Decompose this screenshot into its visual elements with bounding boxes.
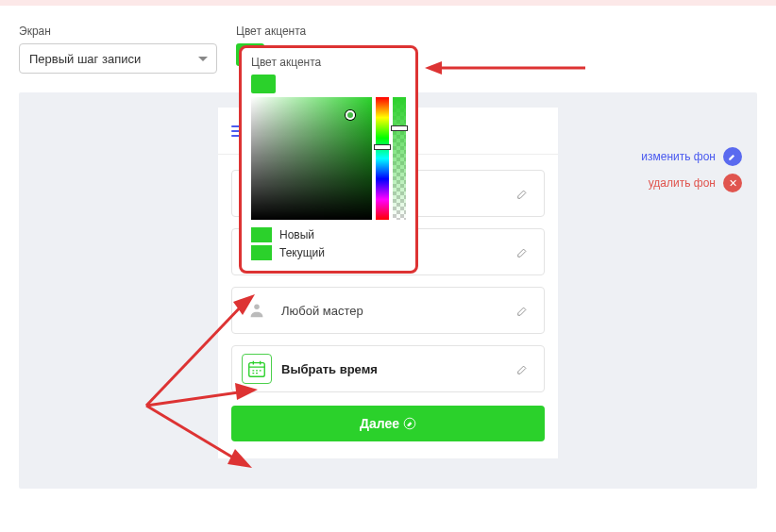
picker-title: Цвет акцента (242, 48, 415, 75)
alpha-slider[interactable] (393, 97, 406, 220)
new-color-row: Новый (251, 227, 406, 242)
svg-point-3 (254, 305, 260, 310)
current-color-row: Текущий (251, 245, 406, 260)
alpha-thumb[interactable] (391, 125, 408, 131)
card-label: Выбрать время (281, 362, 502, 376)
picker-compare: Новый Текущий (242, 220, 415, 265)
accent-label: Цвет акцента (236, 25, 306, 38)
pencil-icon (516, 187, 530, 200)
picker-current-swatch (251, 75, 276, 93)
edit-bg-button[interactable]: изменить фон (641, 147, 742, 166)
new-color-label: Новый (279, 228, 314, 241)
delete-bg-label: удалить фон (649, 176, 716, 190)
pencil-icon (516, 304, 530, 317)
hue-slider[interactable] (376, 97, 389, 220)
current-color-swatch (251, 245, 272, 260)
card-time[interactable]: Выбрать время (231, 345, 545, 392)
saturation-value-area[interactable] (251, 97, 372, 220)
edit-card-button[interactable] (512, 357, 534, 380)
pencil-icon (516, 362, 530, 375)
delete-bg-button[interactable]: удалить фон ✕ (649, 174, 742, 192)
hue-thumb[interactable] (374, 144, 391, 150)
screen-select[interactable]: Первый шаг записи (19, 43, 217, 74)
edit-bg-label: изменить фон (641, 150, 716, 163)
person-icon (242, 295, 272, 325)
next-label: Далее (360, 416, 399, 431)
screen-control: Экран Первый шаг записи (19, 25, 217, 74)
edit-card-button[interactable] (512, 241, 534, 263)
svg-rect-4 (249, 363, 265, 377)
new-color-swatch (251, 227, 272, 242)
next-button[interactable]: Далее (231, 406, 545, 441)
color-picker[interactable]: Цвет акцента Новый Текущий (239, 45, 418, 274)
card-any-master[interactable]: Любой мастер (231, 287, 545, 334)
edit-card-button[interactable] (512, 182, 534, 205)
edit-card-button[interactable] (512, 299, 534, 322)
screen-select-wrap: Первый шаг записи (19, 43, 217, 74)
sv-cursor[interactable] (346, 110, 355, 120)
calendar-icon (242, 354, 272, 384)
current-color-label: Текущий (279, 246, 325, 259)
screen-label: Экран (19, 25, 217, 38)
picker-body (242, 97, 415, 220)
pencil-icon (403, 417, 416, 430)
pencil-icon (516, 245, 530, 258)
card-label: Любой мастер (281, 304, 502, 318)
close-icon: ✕ (723, 174, 742, 192)
pencil-icon (723, 147, 742, 166)
bg-actions: изменить фон удалить фон ✕ (641, 147, 742, 192)
